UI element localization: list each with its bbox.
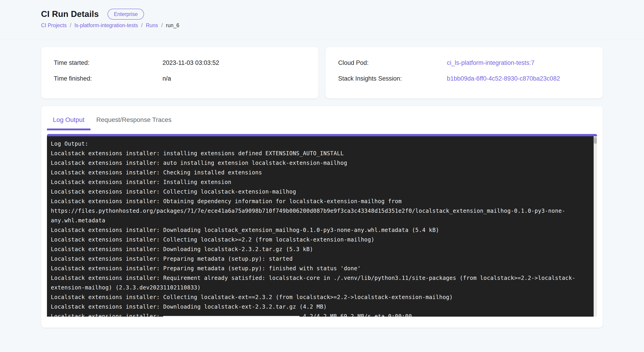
terminal-container: Log Output: Localstack extensions instal… (47, 134, 597, 317)
time-finished-row: Time finished: n/a (54, 75, 306, 82)
terminal: Log Output: Localstack extensions instal… (47, 136, 597, 317)
log-line: Localstack extensions installer: Collect… (51, 187, 589, 197)
time-finished-label: Time finished: (54, 75, 162, 82)
breadcrumb-separator: / (161, 22, 163, 29)
time-finished-value: n/a (162, 75, 171, 82)
cloud-pod-label: Cloud Pod: (338, 59, 447, 66)
tab-request-response-traces[interactable]: Request/Response Traces (90, 108, 178, 130)
log-line: Localstack extensions installer: ━━━━━━━… (51, 312, 589, 317)
stack-insights-session-row: Stack Insights Session: b1bb09da-6ff0-4c… (338, 75, 590, 82)
main-content: Time started: 2023-11-03 03:03:52 Time f… (0, 40, 644, 328)
page-header: CI Run Details Enterprise CI Projects / … (0, 0, 644, 40)
log-line: Localstack extensions installer: Downloa… (51, 302, 589, 312)
time-started-label: Time started: (54, 59, 162, 66)
log-scrollbar-thumb[interactable] (594, 137, 597, 144)
enterprise-badge: Enterprise (108, 9, 144, 20)
log-line: Localstack extensions installer: Install… (51, 177, 589, 187)
log-line: any.whl.metadata (51, 216, 589, 225)
log-line: Localstack extensions installer: install… (51, 149, 589, 158)
log-line: Localstack extensions installer: Obtaini… (51, 197, 589, 206)
active-tab-indicator (47, 128, 90, 130)
log-line: Localstack extensions installer: Downloa… (51, 225, 589, 235)
log-line: Localstack extensions installer: Collect… (51, 292, 589, 302)
log-line: Localstack extensions installer: Require… (51, 273, 589, 283)
cloud-pod-link[interactable]: ci_ls-platform-integration-tests:7 (447, 59, 534, 66)
breadcrumb-separator: / (141, 22, 143, 29)
tab-log-output[interactable]: Log Output (47, 108, 90, 130)
breadcrumb-link-runs[interactable]: Runs (146, 22, 158, 29)
tab-request-response-traces-label: Request/Response Traces (96, 116, 172, 123)
log-line: https://files.pythonhosted.org/packages/… (51, 206, 589, 216)
breadcrumb-link-ci-projects[interactable]: CI Projects (41, 22, 66, 29)
tabs: Log Output Request/Response Traces (47, 108, 597, 130)
log-line: Localstack extensions installer: auto in… (51, 158, 589, 168)
log-line: extension-mailhog) (2.3.3.dev20231102110… (51, 283, 589, 292)
log-line: Log Output: (51, 139, 589, 149)
time-started-row: Time started: 2023-11-03 03:03:52 (54, 59, 306, 66)
stack-insights-session-label: Stack Insights Session: (338, 75, 447, 82)
breadcrumb-link-project[interactable]: ls-platform-integration-tests (74, 22, 138, 29)
log-output[interactable]: Log Output: Localstack extensions instal… (47, 136, 594, 317)
breadcrumb-current-run: run_6 (166, 22, 179, 29)
log-line: Localstack extensions installer: Prepari… (51, 254, 589, 264)
breadcrumb: CI Projects / ls-platform-integration-te… (41, 22, 603, 29)
info-cards-row: Time started: 2023-11-03 03:03:52 Time f… (41, 47, 603, 99)
session-info-card: Cloud Pod: ci_ls-platform-integration-te… (326, 47, 603, 99)
log-line: Localstack extensions installer: Downloa… (51, 245, 589, 254)
page-title: CI Run Details (41, 9, 99, 19)
log-line: Localstack extensions installer: Collect… (51, 235, 589, 245)
title-row: CI Run Details Enterprise (41, 9, 603, 20)
cloud-pod-row: Cloud Pod: ci_ls-platform-integration-te… (338, 59, 590, 66)
tab-log-output-label: Log Output (53, 116, 84, 123)
terminal-accent-bar (47, 134, 597, 136)
log-card: Log Output Request/Response Traces Log O… (41, 106, 603, 328)
log-scrollbar[interactable] (594, 136, 597, 317)
log-line: Localstack extensions installer: Checkin… (51, 168, 589, 177)
breadcrumb-separator: / (70, 22, 71, 29)
time-started-value: 2023-11-03 03:03:52 (162, 59, 219, 66)
log-line: Localstack extensions installer: Prepari… (51, 264, 589, 273)
stack-insights-session-link[interactable]: b1bb09da-6ff0-4c52-8930-c870ba23c082 (447, 75, 560, 82)
time-info-card: Time started: 2023-11-03 03:03:52 Time f… (41, 47, 318, 99)
